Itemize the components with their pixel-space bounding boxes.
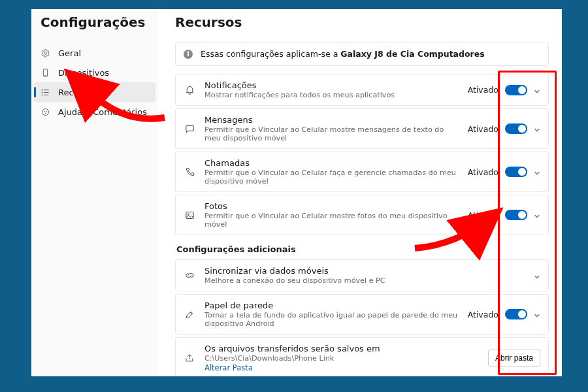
chevron-down-icon[interactable] xyxy=(534,87,540,93)
row-desc: Tornar a tela de fundo do aplicativo igu… xyxy=(204,311,459,328)
chevron-down-icon[interactable] xyxy=(534,272,540,279)
sidebar-item-label: Dispositivos xyxy=(58,68,109,78)
svg-point-0 xyxy=(44,52,47,54)
row-mensagens[interactable]: Mensagens Permitir que o Vincular ao Cel… xyxy=(175,108,549,149)
row-fotos[interactable]: Fotos Permitir que o Vincular ao Celular… xyxy=(175,195,549,235)
row-notificacoes[interactable]: Notificações Mostrar notificações para t… xyxy=(175,74,549,106)
row-title: Notificações xyxy=(204,80,459,90)
chevron-down-icon[interactable] xyxy=(534,169,540,175)
list-icon xyxy=(41,88,50,97)
brush-icon xyxy=(184,308,195,320)
share-icon xyxy=(184,352,195,364)
info-text: Essas configurações aplicam-se a Galaxy … xyxy=(201,49,485,59)
toggle-label: Ativado xyxy=(468,85,498,95)
chevron-down-icon[interactable] xyxy=(534,212,540,218)
section-header-additional: Configurações adicionais xyxy=(176,244,549,254)
row-wallpaper[interactable]: Papel de parede Tornar a tela de fundo d… xyxy=(175,294,549,335)
info-banner: i Essas configurações aplicam-se a Galax… xyxy=(175,42,549,66)
sidebar-item-ajuda[interactable]: Ajuda e Comentários xyxy=(31,102,158,122)
open-folder-button[interactable]: Abrir pasta xyxy=(488,350,540,367)
app-window: Configurações Geral Dispositivos Recurso… xyxy=(31,9,562,376)
info-icon: i xyxy=(184,50,193,59)
row-title: Os arquivos transferidos serão salvos em xyxy=(204,344,479,353)
change-folder-link[interactable]: Alterar Pasta xyxy=(204,363,479,372)
sidebar-item-label: Geral xyxy=(58,48,81,58)
row-chamadas[interactable]: Chamadas Permitir que o Vincular ao Celu… xyxy=(175,152,549,192)
row-title: Papel de parede xyxy=(204,301,459,310)
page-title: Recursos xyxy=(175,14,549,30)
svg-point-8 xyxy=(42,94,42,95)
toggle-fotos[interactable] xyxy=(505,210,527,220)
phone-call-icon xyxy=(184,166,195,178)
svg-point-7 xyxy=(42,91,42,92)
bell-icon xyxy=(184,84,195,96)
svg-rect-12 xyxy=(186,212,193,218)
sidebar-item-dispositivos[interactable]: Dispositivos xyxy=(31,63,158,82)
row-title: Chamadas xyxy=(204,158,459,168)
svg-point-9 xyxy=(42,108,49,115)
chevron-down-icon[interactable] xyxy=(534,125,540,132)
row-title: Mensagens xyxy=(204,115,459,125)
sidebar-item-label: Recursos xyxy=(58,88,97,97)
row-title: Sincronizar via dados móveis xyxy=(204,266,525,276)
phone-icon xyxy=(41,68,50,78)
row-desc: Mostrar notificações para todos os meus … xyxy=(204,91,459,99)
row-title: Fotos xyxy=(204,201,459,211)
row-desc: Permitir que o Vincular ao Celular mostr… xyxy=(204,125,459,142)
svg-point-6 xyxy=(42,90,42,90)
feedback-icon xyxy=(41,107,50,117)
row-desc: Permitir que o Vincular ao Celular faça … xyxy=(204,169,459,186)
main-panel: Recursos i Essas configurações aplicam-s… xyxy=(158,9,562,376)
toggle-notificacoes[interactable] xyxy=(505,85,527,95)
toggle-label: Ativado xyxy=(468,210,498,220)
svg-point-13 xyxy=(188,214,189,215)
toggle-label: Ativado xyxy=(468,167,498,177)
row-desc: Melhore a conexão do seu dispositivo móv… xyxy=(204,276,525,285)
sidebar-item-label: Ajuda e Comentários xyxy=(58,107,147,117)
sidebar-title: Configurações xyxy=(41,14,158,30)
row-desc: Permitir que o Vincular ao Celular mostr… xyxy=(204,212,459,229)
toggle-wallpaper[interactable] xyxy=(505,309,527,319)
svg-point-10 xyxy=(44,110,45,111)
row-path: C:\Users\Cia\Downloads\Phone Link xyxy=(204,354,479,363)
row-files[interactable]: Os arquivos transferidos serão salvos em… xyxy=(175,337,549,376)
link-icon xyxy=(184,270,195,282)
chevron-down-icon[interactable] xyxy=(534,311,540,318)
toggle-mensagens[interactable] xyxy=(505,123,527,134)
svg-point-11 xyxy=(46,110,47,111)
toggle-chamadas[interactable] xyxy=(505,167,527,177)
sidebar-item-recursos[interactable]: Recursos xyxy=(34,82,155,102)
chat-icon xyxy=(184,123,195,135)
sidebar: Configurações Geral Dispositivos Recurso… xyxy=(31,9,158,376)
gear-icon xyxy=(41,48,50,58)
toggle-label: Ativado xyxy=(468,310,498,319)
toggle-label: Ativado xyxy=(468,124,498,134)
row-sincronizar[interactable]: Sincronizar via dados móveis Melhore a c… xyxy=(175,259,549,291)
sidebar-item-geral[interactable]: Geral xyxy=(31,43,158,63)
image-icon xyxy=(184,209,195,221)
